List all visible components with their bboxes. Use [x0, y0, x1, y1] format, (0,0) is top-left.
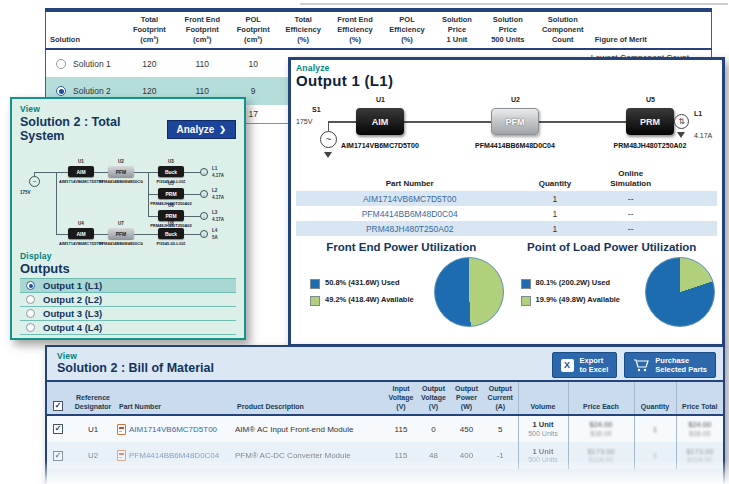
- bom-quantity: 1: [653, 425, 657, 434]
- part-number-link[interactable]: PRM48JH480T250A02: [296, 221, 523, 236]
- price-total-blurred: $24.00$18.00: [676, 415, 723, 442]
- bom-part-link[interactable]: AIM1714VB6MC7D5T00: [129, 425, 217, 434]
- point-of-load-power-chart: Point of Load Power Utilization 80.1% (2…: [507, 241, 718, 327]
- pfm-module-block[interactable]: PFM: [491, 108, 539, 135]
- parts-col-online-simulation: Online Simulation: [586, 167, 674, 191]
- output-4-radio[interactable]: [26, 323, 35, 332]
- mini-ref-u7: U7: [118, 221, 124, 226]
- bom-table: ✓ Reference Designator Part Number Produ…: [47, 382, 723, 469]
- output-2-row[interactable]: Output 2 (L2): [20, 292, 236, 306]
- solution-1-label: Solution 1: [73, 59, 111, 69]
- available-swatch: [521, 296, 531, 306]
- output-1-row[interactable]: Output 1 (L1): [20, 278, 236, 292]
- col-component-count: Solution Component Count: [535, 10, 591, 49]
- output-3-radio[interactable]: [26, 309, 35, 318]
- u5-ref: U5: [646, 96, 655, 103]
- col-frontend-footprint: Front End Footprint (cm²): [175, 10, 229, 49]
- part-number-link[interactable]: PFM4414BB6M48D0C04: [296, 206, 523, 221]
- outputs-list: Output 1 (L1) Output 2 (L2) Output 3 (L3…: [20, 278, 236, 335]
- row-checkbox[interactable]: ✓: [53, 424, 63, 434]
- mini-ref-u2: U2: [118, 159, 124, 164]
- window-edge-rule: [300, 3, 728, 5]
- display-label: Display: [20, 251, 236, 261]
- u2-ref: U2: [511, 96, 520, 103]
- source-value: 175V: [296, 118, 312, 125]
- prm-module-block[interactable]: PRM: [626, 108, 674, 135]
- load-icon-l2: ↓: [200, 190, 208, 198]
- chevron-right-icon: ❯: [219, 125, 226, 134]
- front-end-power-chart: Front End Power Utilization 50.8% (431.6…: [296, 241, 507, 327]
- point-of-load-power-pie: [645, 257, 715, 327]
- output-2-radio[interactable]: [26, 295, 35, 304]
- select-all-checkbox[interactable]: ✓: [53, 401, 63, 411]
- used-swatch: [521, 279, 531, 289]
- solution-1-pol-footprint: 10: [229, 49, 277, 77]
- parts-row: PFM4414BB6M48D0C04 1 --: [296, 206, 717, 221]
- bom-col-product-description: Product Description: [235, 382, 385, 415]
- ref-designator: U1: [69, 415, 117, 442]
- ac-source-icon: ~: [29, 176, 40, 187]
- load-ref: L1: [694, 110, 702, 117]
- purchase-selected-parts-button[interactable]: Purchase Selected Parts: [624, 352, 716, 378]
- pdf-icon[interactable]: [117, 424, 126, 435]
- export-to-excel-button[interactable]: XExport to Excel: [552, 352, 618, 378]
- parts-col-part-number: Part Number: [296, 167, 523, 191]
- excel-icon: X: [561, 359, 574, 372]
- mini-block-pfm-1[interactable]: PFM: [108, 166, 134, 177]
- view-total-system-panel: View Solution 2 : Total System Analyze❯ …: [10, 97, 246, 340]
- part-number-link[interactable]: AIM1714VB6MC7D5T00: [296, 191, 523, 206]
- mini-block-prm-2[interactable]: PRM: [158, 210, 184, 221]
- mini-block-pfm-2[interactable]: PFM: [108, 228, 134, 239]
- mini-block-buck-2[interactable]: Buck: [158, 228, 184, 239]
- mini-ref-u5: U5: [168, 181, 174, 186]
- cart-icon: [633, 359, 649, 372]
- col-solution: Solution: [46, 10, 124, 49]
- mini-block-aim-1[interactable]: AIM: [68, 166, 94, 177]
- bom-quantity: 1: [653, 451, 657, 460]
- load-current: 4.17A: [694, 132, 712, 139]
- col-total-efficiency: Total Efficiency (%): [277, 10, 329, 49]
- mini-ref-u3: U3: [168, 159, 174, 164]
- ref-designator: U2: [69, 442, 117, 469]
- ground-icon: [324, 152, 332, 158]
- product-description: PFM® AC-DC Converter Module: [235, 442, 385, 469]
- bom-col-output-power: Output Power (W): [450, 382, 483, 415]
- parts-row: AIM1714VB6MC7D5T00 1 --: [296, 191, 717, 206]
- load-current-source-icon: ⇅: [674, 114, 689, 129]
- output-1-radio[interactable]: [26, 281, 35, 290]
- solution-2-radio[interactable]: [56, 86, 66, 96]
- mini-block-buck-1[interactable]: Buck: [158, 166, 184, 177]
- output-3-row[interactable]: Output 3 (L3): [20, 306, 236, 320]
- front-end-power-pie: [434, 257, 504, 327]
- bom-part-link[interactable]: PFM4414BB6M48D0C04: [129, 451, 219, 460]
- col-price-1unit: Solution Price 1 Unit: [433, 10, 481, 49]
- load-icon-l3: ↓: [200, 212, 208, 220]
- source-ref: S1: [312, 106, 321, 113]
- u1-part-label: AIM1714VB6MC7D5T00: [320, 142, 440, 149]
- output-4-row[interactable]: Output 4 (L4): [20, 320, 236, 334]
- bom-col-quantity: Quantity: [634, 382, 676, 415]
- mini-block-aim-2[interactable]: AIM: [68, 228, 94, 239]
- bom-col-volume: Volume: [518, 382, 568, 415]
- mini-ref-u1: U1: [78, 159, 84, 164]
- aim-module-block[interactable]: AIM: [356, 108, 404, 135]
- pdf-icon[interactable]: [117, 450, 126, 461]
- solution-1-radio[interactable]: [56, 59, 66, 69]
- bom-col-input-voltage: Input Voltage (V): [385, 382, 417, 415]
- available-swatch: [310, 296, 320, 306]
- col-price-500units: Solution Price 500 Units: [481, 10, 535, 49]
- price-each-blurred: $24.00$18.00: [568, 415, 634, 442]
- bom-col-part-number: Part Number: [117, 382, 235, 415]
- load-icon-l1: ↓: [200, 168, 208, 176]
- row-checkbox[interactable]: ✓: [53, 451, 63, 461]
- price-each-blurred: $173.00$118.00: [568, 442, 634, 469]
- mini-ref-u8: U8: [168, 221, 174, 226]
- analyze-button[interactable]: Analyze❯: [167, 120, 237, 139]
- col-total-footprint: Total Footprint (cm²): [123, 10, 175, 49]
- price-total-blurred: $173.00$118.00: [676, 442, 723, 469]
- mini-source-value: 175V: [20, 190, 31, 195]
- bom-col-output-current: Output Current (A): [483, 382, 518, 415]
- mini-block-prm-1[interactable]: PRM: [158, 188, 184, 199]
- product-description: AIM® AC Input Front-end Module: [235, 415, 385, 442]
- bom-row-u2: ✓ U2 PFM4414BB6M48D0C04 PFM® AC-DC Conve…: [47, 442, 723, 469]
